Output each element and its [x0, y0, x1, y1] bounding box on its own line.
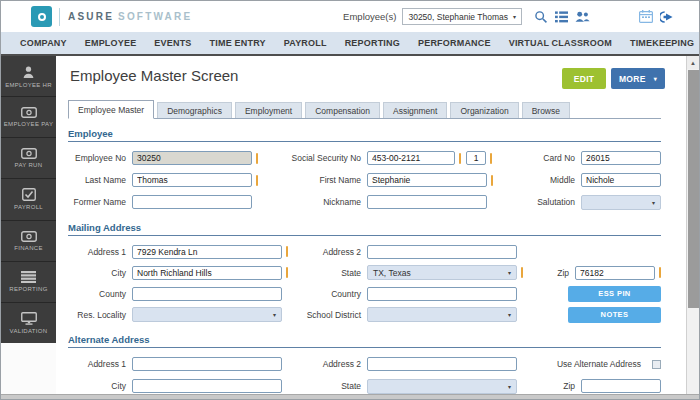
page-actions: EDIT MORE ▾	[562, 68, 665, 89]
sidebar-item-label: PAYROLL	[14, 204, 43, 210]
card-no-input[interactable]	[581, 151, 661, 165]
sidebar-item-pay-run[interactable]: PAY RUN	[1, 138, 56, 179]
alt-state-select[interactable]: ▾	[367, 379, 517, 394]
tab-browse[interactable]: Browse	[522, 102, 570, 118]
first-name-input[interactable]	[367, 173, 487, 187]
salutation-select[interactable]: ▾	[581, 195, 661, 210]
sidebar-item-finance[interactable]: FINANCE	[1, 221, 56, 262]
employee-selector-value: 30250, Stephanie Thomas	[408, 12, 508, 22]
more-button[interactable]: MORE ▾	[611, 68, 665, 89]
sidebar-item-label: REPORTING	[9, 286, 47, 292]
tab-assignment[interactable]: Assignment	[383, 102, 447, 118]
top-bar: ASURE SOFTWARE Employee(s) 30250, Stepha…	[1, 1, 699, 32]
tab-employee-master[interactable]: Employee Master	[68, 100, 154, 119]
required-marker	[256, 153, 258, 164]
section-alternate-address: Alternate Address Address 1 Address 2 Us…	[68, 334, 661, 397]
asure-logo-icon	[31, 6, 52, 27]
sign-out-icon[interactable]	[660, 11, 673, 23]
field-label: Former Name	[68, 197, 126, 207]
address2-input[interactable]	[367, 245, 517, 259]
school-district-select[interactable]: ▾	[367, 307, 517, 322]
window-edge	[1, 394, 699, 399]
nav-item-employee[interactable]: EMPLOYEE	[85, 38, 137, 48]
banknote-icon	[21, 107, 37, 118]
nav-item-performance[interactable]: PERFORMANCE	[418, 38, 491, 48]
banknote-icon	[21, 148, 37, 159]
users-icon[interactable]	[575, 11, 590, 23]
county-input[interactable]	[132, 287, 282, 301]
zip-input[interactable]	[575, 266, 655, 280]
scrollbar-thumb[interactable]	[688, 70, 699, 308]
sidebar-item-employee-hr[interactable]: EMPLOYEE HR	[1, 56, 56, 97]
nav-item-reporting[interactable]: REPORTING	[345, 38, 400, 48]
employee-selector[interactable]: 30250, Stephanie Thomas ▾	[402, 8, 522, 25]
main-content: Employee Master Screen EDIT MORE ▾ Emplo…	[56, 56, 699, 399]
sidebar-item-label: EMPLOYEE PAY	[4, 121, 53, 127]
chevron-down-icon: ▾	[652, 199, 655, 206]
alt-address1-input[interactable]	[132, 357, 282, 371]
nav-item-virtual-classroom[interactable]: VIRTUAL CLASSROOM	[509, 38, 612, 48]
ssn-suffix-input[interactable]	[466, 151, 486, 165]
former-name-input[interactable]	[132, 195, 252, 209]
sidebar-item-reporting[interactable]: REPORTING	[1, 262, 56, 303]
main-nav: COMPANY EMPLOYEE EVENTS TIME ENTRY PAYRO…	[1, 32, 699, 56]
sidebar: EMPLOYEE HR EMPLOYEE PAY PAY RUN PAYROLL…	[1, 56, 56, 399]
sidebar-item-employee-pay[interactable]: EMPLOYEE PAY	[1, 97, 56, 138]
field-label: Nickname	[289, 197, 361, 207]
chevron-down-icon: ▾	[508, 383, 511, 390]
field-label: City	[68, 268, 126, 278]
social-security-input[interactable]	[367, 151, 455, 165]
edit-button[interactable]: EDIT	[562, 68, 606, 89]
address1-input[interactable]	[132, 245, 282, 259]
tab-organization[interactable]: Organization	[450, 102, 518, 118]
alt-zip-input[interactable]	[581, 379, 661, 393]
check-square-icon	[22, 188, 36, 201]
chevron-down-icon: ▾	[508, 269, 511, 276]
sidebar-item-payroll[interactable]: PAYROLL	[1, 179, 56, 220]
banknote-icon	[21, 231, 37, 242]
notes-button[interactable]: NOTES	[568, 307, 661, 323]
field-label: Address 1	[68, 247, 126, 257]
monitor-icon	[21, 312, 37, 325]
alt-city-input[interactable]	[132, 379, 282, 393]
list-rows-icon	[21, 271, 36, 283]
sidebar-item-validation[interactable]: VALIDATION	[1, 303, 56, 343]
nav-item-company[interactable]: COMPANY	[20, 38, 67, 48]
tab-demographics[interactable]: Demographics	[157, 102, 232, 118]
field-label: State	[289, 268, 361, 278]
tab-employment[interactable]: Employment	[235, 102, 302, 118]
nav-item-events[interactable]: EVENTS	[154, 38, 191, 48]
nav-item-time-entry[interactable]: TIME ENTRY	[210, 38, 266, 48]
field-label: Res. Locality	[68, 310, 126, 320]
brand: ASURE SOFTWARE	[31, 6, 192, 27]
app-window: ASURE SOFTWARE Employee(s) 30250, Stepha…	[0, 0, 700, 400]
employee-no-input[interactable]	[132, 151, 252, 165]
state-select[interactable]: TX, Texas ▾	[367, 265, 517, 280]
required-marker	[286, 267, 288, 278]
field-label: State	[289, 381, 361, 391]
field-label: Social Security No	[289, 153, 361, 163]
res-locality-select[interactable]: ▾	[132, 307, 282, 322]
field-label: City	[68, 381, 126, 391]
field-label: Last Name	[68, 175, 126, 185]
nav-item-timekeeping[interactable]: TIMEKEEPING	[630, 38, 694, 48]
search-icon[interactable]	[534, 10, 548, 24]
city-input[interactable]	[132, 266, 282, 280]
employee-selector-label: Employee(s)	[343, 11, 396, 22]
alt-address2-input[interactable]	[367, 357, 517, 371]
calendar-icon[interactable]	[639, 10, 653, 23]
nickname-input[interactable]	[367, 195, 487, 209]
section-title: Mailing Address	[68, 222, 661, 236]
scroll-up-button[interactable]: ▲	[687, 56, 699, 69]
vertical-scrollbar[interactable]: ▲	[686, 56, 699, 399]
section-title: Employee	[68, 128, 661, 142]
use-alternate-address-checkbox[interactable]	[652, 360, 661, 369]
middle-name-input[interactable]	[581, 173, 661, 187]
nav-item-payroll[interactable]: PAYROLL	[284, 38, 327, 48]
field-label: School District	[289, 310, 361, 320]
tab-compensation[interactable]: Compensation	[305, 102, 380, 118]
last-name-input[interactable]	[132, 173, 252, 187]
list-icon[interactable]	[555, 11, 568, 23]
country-input[interactable]	[367, 287, 517, 301]
ess-pin-button[interactable]: ESS PIN	[568, 286, 661, 302]
